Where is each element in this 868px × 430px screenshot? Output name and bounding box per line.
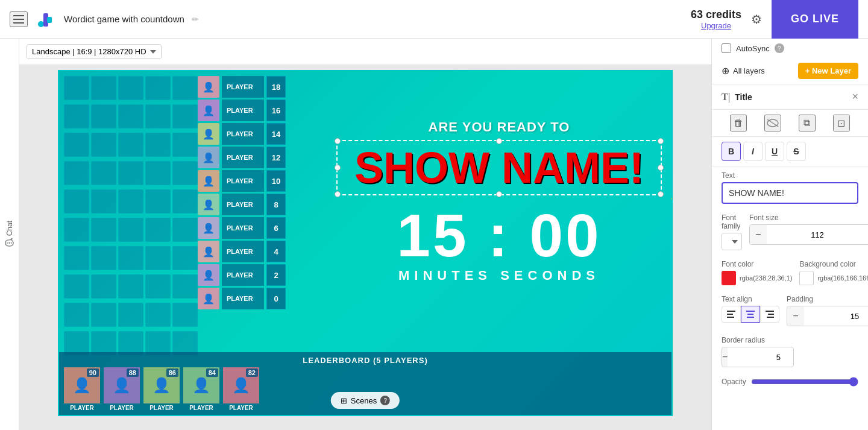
align-padding-row: Text align Padding − [712,290,868,331]
font-size-col: Font size − + [749,213,868,250]
padding-col: Padding − + [787,295,868,326]
grid-cell [145,161,171,185]
align-left-button[interactable] [722,306,741,323]
bold-button[interactable]: B [722,142,741,161]
new-layer-button[interactable]: + New Layer [798,63,858,79]
lb-avatar: 👤 86 [143,367,180,403]
grid-cell [172,331,198,355]
bg-color-value: rgba(166,166,166,0) [817,274,868,282]
text-input-field[interactable] [722,182,858,204]
grid-cell [64,161,89,185]
bg-color-swatch[interactable] [799,271,814,285]
lb-score: 90 [87,368,99,377]
scenes-label: Scenes [351,396,377,405]
border-radius-stepper: − + [722,347,794,367]
app-title: Wordict game with countdown [64,14,184,24]
resize-handle-tr[interactable] [658,138,664,144]
padding-decrease[interactable]: − [787,306,804,326]
svg-rect-10 [747,317,754,318]
bg-color-group: rgba(166,166,166,0) [799,271,868,285]
opacity-slider[interactable] [751,377,858,387]
scenes-icon: ⊞ [341,396,347,405]
resize-handle-bl[interactable] [335,191,341,197]
border-radius-value[interactable] [728,353,794,362]
go-live-button[interactable]: GO LIVE [772,0,858,39]
player-score: 18 [266,76,286,98]
padding-value[interactable] [804,312,868,321]
scenes-button[interactable]: ⊞ Scenes ? [331,392,400,409]
font-color-swatch[interactable] [722,271,736,285]
svg-rect-7 [727,317,734,318]
player-name: PLAYER [222,76,264,98]
word-grid [64,76,198,358]
grid-cell [145,76,171,100]
timer-label: MINUTES SECONDS [336,268,662,283]
grid-cell [172,133,198,157]
grid-cell [91,246,116,270]
grid-cell [145,246,171,270]
align-center-button[interactable] [741,306,760,323]
strikethrough-button[interactable]: S [787,142,806,161]
canvas-frame[interactable]: 👤 PLAYER 18 👤 PLAYER 16 👤 PLAYER 14 👤 PL… [58,70,673,416]
timer-minutes: 15 [397,201,468,269]
italic-button[interactable]: I [743,142,763,161]
settings-button[interactable]: ⚙ [751,12,762,27]
layers-icon: ⊕ [722,65,729,77]
hide-button[interactable] [764,115,781,131]
hamburger-button[interactable] [10,11,28,27]
timer-area: 15 : 00 MINUTES SECONDS [336,205,662,283]
edit-icon[interactable]: ✏ [192,14,199,24]
player-avatar: 👤 [198,147,219,168]
resolution-select[interactable]: Landscape | 16:9 | 1280x720 HD [27,44,162,59]
player-row: 👤 PLAYER 14 [198,123,286,145]
grid-cell [118,189,143,213]
svg-rect-9 [747,314,753,315]
font-family-select[interactable]: Anton [722,233,742,250]
font-size-value[interactable] [767,230,868,239]
font-size-decrease[interactable]: − [750,225,767,244]
resize-handle-bm[interactable] [496,191,502,197]
player-score: 6 [266,217,286,239]
font-color-value: rgba(238,28,36,1) [740,274,792,282]
crop-button[interactable]: ⊡ [833,115,850,131]
grid-cell [145,104,171,128]
logo-icon [35,8,57,30]
delete-button[interactable]: 🗑 [730,115,747,131]
autosync-checkbox[interactable] [722,43,731,53]
grid-cell [64,76,89,100]
grid-cell [172,218,198,242]
toolbar-bar: Landscape | 16:9 | 1280x720 HD [19,39,711,65]
align-right-button[interactable] [760,306,779,323]
player-name: PLAYER [222,100,264,121]
canvas-wrapper: 👤 PLAYER 18 👤 PLAYER 16 👤 PLAYER 14 👤 PL… [19,65,711,430]
all-layers-button[interactable]: ⊕ All layers [722,65,793,77]
resize-handle-ml[interactable] [335,165,341,171]
show-name-box[interactable]: SHOW NAME! ➜ [336,140,662,195]
font-color-col: Font color rgba(238,28,36,1) [722,260,792,285]
layer-close-button[interactable]: × [852,90,858,103]
autosync-help-icon[interactable]: ? [775,43,784,53]
player-row: 👤 PLAYER 2 [198,264,286,286]
grid-cell [64,303,89,327]
border-radius-decrease[interactable]: − [722,347,728,367]
underline-button[interactable]: U [765,142,784,161]
resize-handle-tl[interactable] [335,138,341,144]
upgrade-link[interactable]: Upgrade [691,21,741,30]
resize-handle-tm[interactable] [496,138,502,144]
chat-button[interactable]: 💬 Chat [5,221,14,247]
grid-cell [172,274,198,299]
svg-rect-13 [767,317,774,318]
copy-button[interactable]: ⧉ [799,115,816,131]
player-row: 👤 PLAYER 12 [198,147,286,168]
border-radius-label: Border radius [722,336,858,344]
player-avatar: 👤 [198,76,219,98]
grid-cell [64,133,89,157]
lb-avatar: 👤 90 [64,367,100,403]
resize-handle-br[interactable] [658,191,664,197]
bg-color-label: Background color [799,260,868,268]
resize-handle-mr[interactable] [658,165,664,171]
font-size-label: Font size [749,213,868,222]
credits-amount: 63 credits [691,8,741,21]
player-name: PLAYER [222,264,264,286]
scenes-help-icon[interactable]: ? [380,396,390,405]
